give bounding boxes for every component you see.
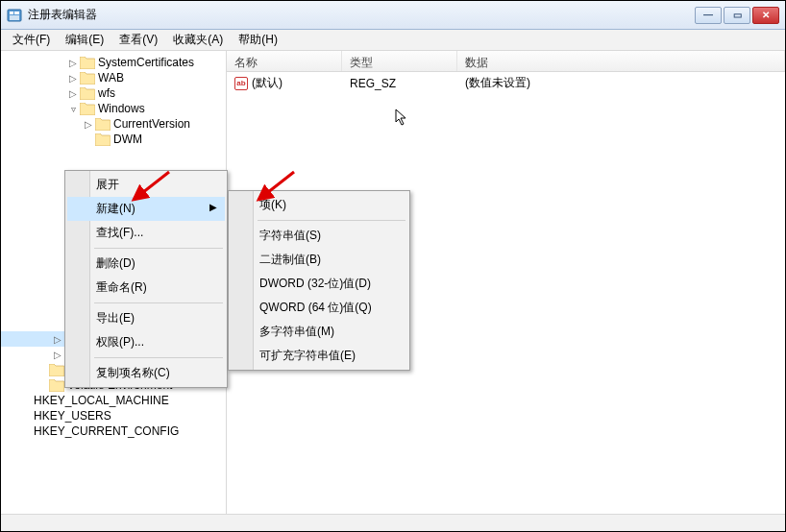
menu-item[interactable]: 多字符串值(M)	[231, 320, 407, 344]
menu-item[interactable]: 展开	[67, 173, 225, 197]
expander-icon[interactable]: ▿	[66, 102, 80, 115]
svg-rect-2	[14, 12, 19, 14]
menu-item[interactable]: 可扩充字符串值(E)	[231, 344, 407, 368]
folder-icon	[80, 72, 95, 85]
menu-item[interactable]: 字符串值(S)	[231, 224, 407, 248]
titlebar: 注册表编辑器 — ▭ ✕	[1, 1, 785, 30]
tree-row[interactable]: DWM	[1, 132, 226, 147]
menu-separator	[94, 357, 223, 358]
col-name[interactable]: 名称	[227, 51, 342, 71]
close-button[interactable]: ✕	[752, 7, 779, 24]
tree-label: CurrentVersion	[113, 117, 190, 131]
tree-row[interactable]: ▷CurrentVersion	[1, 116, 226, 132]
tree-row[interactable]	[1, 147, 226, 162]
window-controls: — ▭ ✕	[695, 7, 779, 24]
folder-icon	[49, 379, 64, 392]
tree-label: WAB	[98, 71, 124, 85]
svg-rect-1	[10, 12, 13, 14]
menubar: 文件(F) 编辑(E) 查看(V) 收藏夹(A) 帮助(H)	[1, 30, 785, 51]
col-data[interactable]: 数据	[457, 51, 785, 71]
expander-icon	[36, 363, 49, 376]
tree-row[interactable]: ▷WAB	[1, 70, 226, 85]
svg-rect-3	[10, 15, 19, 20]
menu-file[interactable]: 文件(F)	[5, 29, 58, 51]
tree-label: DWM	[113, 133, 142, 146]
folder-icon	[80, 57, 95, 69]
app-icon	[7, 8, 22, 23]
tree-label: SystemCertificates	[98, 56, 194, 69]
expander-icon[interactable]: ▷	[66, 86, 80, 100]
tree-row[interactable]: HKEY_USERS	[1, 408, 226, 423]
menu-item[interactable]: DWORD (32-位)值(D)	[231, 272, 407, 296]
menu-item[interactable]: 复制项名称(C)	[67, 361, 225, 385]
tree-label: wfs	[98, 86, 115, 100]
list-header: 名称 类型 数据	[227, 51, 785, 72]
value-type: REG_SZ	[342, 77, 457, 90]
list-row[interactable]: ab (默认) REG_SZ (数值未设置)	[227, 72, 785, 94]
context-menu-new[interactable]: 项(K)字符串值(S)二进制值(B)DWORD (32-位)值(D)QWORD …	[228, 190, 410, 371]
folder-icon	[80, 87, 95, 100]
expander-icon[interactable]: ▷	[82, 117, 95, 131]
tree-row[interactable]: ▷wfs	[1, 85, 226, 101]
menu-view[interactable]: 查看(V)	[111, 29, 165, 51]
expander-icon[interactable]: ▷	[66, 56, 80, 69]
expander-icon[interactable]: ▷	[66, 71, 80, 85]
menu-item[interactable]: 新建(N)▶	[67, 197, 225, 221]
menu-help[interactable]: 帮助(H)	[231, 29, 285, 51]
menu-item[interactable]: 二进制值(B)	[231, 248, 407, 272]
tree-row[interactable]: ▿Windows	[1, 101, 226, 116]
statusbar	[1, 514, 785, 531]
col-type[interactable]: 类型	[342, 51, 457, 71]
folder-icon	[95, 118, 111, 131]
minimize-button[interactable]: —	[695, 7, 722, 24]
folder-icon	[95, 133, 111, 146]
tree-label: HKEY_USERS	[34, 409, 111, 423]
menu-separator	[258, 220, 405, 221]
menu-edit[interactable]: 编辑(E)	[58, 29, 111, 51]
tree-label: Windows	[98, 102, 145, 115]
expander-icon	[66, 148, 80, 161]
expander-icon[interactable]: ▷	[51, 348, 64, 361]
maximize-button[interactable]: ▭	[724, 7, 750, 24]
menu-separator	[94, 248, 223, 249]
expander-icon	[82, 133, 95, 146]
menu-item[interactable]: 删除(D)	[67, 252, 225, 276]
string-value-icon: ab	[234, 77, 248, 90]
expander-icon	[20, 394, 34, 407]
tree-label: HKEY_LOCAL_MACHINE	[34, 394, 169, 407]
expander-icon	[20, 424, 34, 438]
expander-icon	[36, 378, 49, 392]
window-title: 注册表编辑器	[28, 7, 695, 23]
menu-item[interactable]: 重命名(R)	[67, 276, 225, 300]
context-menu-main[interactable]: 展开新建(N)▶查找(F)...删除(D)重命名(R)导出(E)权限(P)...…	[64, 170, 228, 388]
expander-icon[interactable]: ▷	[51, 332, 64, 346]
menu-item[interactable]: QWORD (64 位)值(Q)	[231, 296, 407, 320]
menu-item[interactable]: 项(K)	[231, 193, 407, 217]
menu-item[interactable]: 权限(P)...	[67, 330, 225, 354]
submenu-arrow-icon: ▶	[209, 202, 217, 212]
tree-row[interactable]: HKEY_CURRENT_CONFIG	[1, 423, 226, 439]
expander-icon	[20, 409, 34, 423]
menu-item[interactable]: 查找(F)...	[67, 221, 225, 245]
menu-favorites[interactable]: 收藏夹(A)	[165, 29, 231, 51]
value-data: (数值未设置)	[457, 75, 785, 91]
folder-icon	[49, 364, 64, 376]
menu-item[interactable]: 导出(E)	[67, 306, 225, 330]
menu-separator	[94, 302, 223, 303]
tree-label: HKEY_CURRENT_CONFIG	[34, 424, 179, 438]
folder-icon	[80, 103, 95, 115]
value-name: (默认)	[252, 75, 282, 91]
tree-row[interactable]: ▷SystemCertificates	[1, 55, 226, 70]
tree-row[interactable]: HKEY_LOCAL_MACHINE	[1, 393, 226, 408]
